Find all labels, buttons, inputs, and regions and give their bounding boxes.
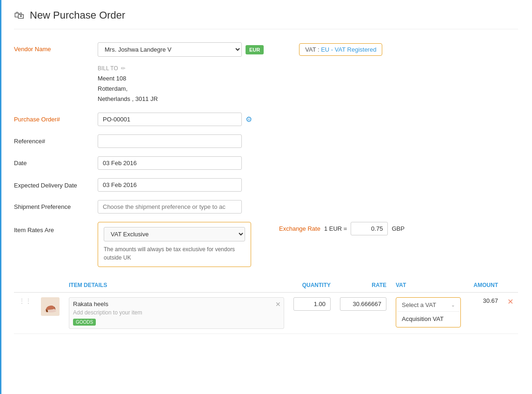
th-actions xyxy=(503,278,518,293)
page-header: 🛍 New Purchase Order xyxy=(14,9,518,29)
quantity-input[interactable] xyxy=(293,297,331,311)
exchange-rate-from: 1 EUR = xyxy=(324,225,347,232)
delivery-row: Expected Delivery Date xyxy=(14,178,518,192)
item-description[interactable]: Add description to your item xyxy=(73,309,280,316)
delivery-control-wrap xyxy=(98,178,242,192)
rate-cell xyxy=(335,293,391,334)
remove-row-icon[interactable]: ✕ xyxy=(507,298,513,306)
address-line1: Meent 108 xyxy=(98,73,518,84)
address-line3: Netherlands , 3011 JR xyxy=(98,94,518,104)
date-control-wrap xyxy=(98,156,242,170)
reference-row: Reference# xyxy=(14,134,518,148)
quantity-cell xyxy=(289,293,335,334)
bill-to-address: Meent 108 Rotterdam, Netherlands , 3011 … xyxy=(98,73,518,104)
th-amount: AMOUNT xyxy=(466,278,503,293)
th-quantity: QUANTITY xyxy=(289,278,335,293)
item-name-wrap: ✕ Rakata heels Add description to your i… xyxy=(69,297,284,329)
po-label: Purchase Order# xyxy=(14,113,98,123)
item-image xyxy=(41,297,60,316)
th-item-details: ITEM DETAILS xyxy=(64,278,289,293)
vat-dropdown-item[interactable]: Acquisition VAT xyxy=(397,312,459,326)
currency-badge: EUR xyxy=(246,45,264,54)
exchange-rate-currency: GBP xyxy=(392,225,404,232)
item-rates-row: Item Rates Are VAT Exclusive VAT Inclusi… xyxy=(14,222,518,267)
item-tag: GOODS xyxy=(73,319,96,326)
delivery-label: Expected Delivery Date xyxy=(14,178,98,190)
delivery-input[interactable] xyxy=(98,178,242,192)
item-close-icon[interactable]: ✕ xyxy=(275,301,281,308)
rate-input[interactable] xyxy=(340,297,386,311)
vendor-label: Vendor Name xyxy=(14,42,98,53)
amount-value: 30.67 xyxy=(483,297,498,304)
vat-select-wrap: Select a VAT ⌄ Acquisition VAT xyxy=(396,297,461,327)
shipment-control-wrap xyxy=(98,200,242,214)
po-row: Purchase Order# ⚙ xyxy=(14,113,518,126)
row-actions-cell: ✕ xyxy=(503,293,518,334)
page-title: New Purchase Order xyxy=(30,9,125,21)
vat-select-placeholder: Select a VAT xyxy=(402,301,436,308)
date-row: Date xyxy=(14,156,518,170)
exchange-rate-section: Exchange Rate 1 EUR = GBP xyxy=(279,222,405,235)
chevron-down-icon: ⌄ xyxy=(451,302,455,307)
drag-handle-icon[interactable]: ⋮⋮ xyxy=(19,297,32,305)
exchange-rate-input[interactable] xyxy=(351,222,388,235)
drag-handle-cell: ⋮⋮ xyxy=(14,293,36,334)
th-vat: VAT xyxy=(391,278,466,293)
date-label: Date xyxy=(14,156,98,167)
item-rates-label: Item Rates Are xyxy=(14,222,98,234)
date-input[interactable] xyxy=(98,156,242,170)
page-container: 🛍 New Purchase Order Vendor Name Mrs. Jo… xyxy=(0,0,532,343)
exchange-rate-label: Exchange Rate xyxy=(279,225,320,232)
item-rates-select[interactable]: VAT Exclusive VAT Inclusive No VAT xyxy=(104,227,245,241)
vendor-row: Vendor Name Mrs. Joshwa Landegre V EUR V… xyxy=(14,42,518,57)
th-drag xyxy=(14,278,36,293)
shipment-input[interactable] xyxy=(98,200,242,214)
bill-to-section: BILL TO ✏ Meent 108 Rotterdam, Netherlan… xyxy=(98,65,518,104)
vendor-control-wrap: Mrs. Joshwa Landegre V EUR VAT : EU - VA… xyxy=(98,42,382,57)
item-rates-note: The amounts will always be tax exclusive… xyxy=(104,245,245,262)
amount-cell: 30.67 xyxy=(466,293,503,334)
th-rate: RATE xyxy=(335,278,391,293)
reference-control-wrap xyxy=(98,134,242,148)
item-rates-wrap: VAT Exclusive VAT Inclusive No VAT The a… xyxy=(98,222,251,267)
edit-icon[interactable]: ✏ xyxy=(121,65,126,72)
vendor-select[interactable]: Mrs. Joshwa Landegre V xyxy=(98,42,242,57)
vat-badge-label: VAT : xyxy=(305,46,319,53)
po-input[interactable] xyxy=(98,113,242,126)
reference-input[interactable] xyxy=(98,134,242,148)
item-name: Rakata heels xyxy=(73,301,280,307)
address-line2: Rotterdam, xyxy=(98,84,518,94)
bill-to-header: BILL TO ✏ xyxy=(98,65,518,72)
vat-info-badge: VAT : EU - VAT Registered xyxy=(299,43,382,56)
po-control-wrap: ⚙ xyxy=(98,113,252,126)
bill-to-label: BILL TO xyxy=(98,65,118,72)
gear-icon[interactable]: ⚙ xyxy=(246,115,252,124)
item-image-cell xyxy=(36,293,64,334)
th-img xyxy=(36,278,64,293)
shipment-label: Shipment Preference xyxy=(14,200,98,210)
items-table: ITEM DETAILS QUANTITY RATE VAT AMOUNT xyxy=(14,278,518,334)
vat-select-header[interactable]: Select a VAT ⌄ xyxy=(397,299,459,312)
vat-cell: Select a VAT ⌄ Acquisition VAT xyxy=(391,293,466,334)
reference-label: Reference# xyxy=(14,134,98,145)
shopping-bag-icon: 🛍 xyxy=(14,9,24,21)
left-border xyxy=(0,0,1,343)
table-row: ⋮⋮ xyxy=(14,293,518,334)
vat-badge-value: EU - VAT Registered xyxy=(321,46,376,53)
shipment-row: Shipment Preference xyxy=(14,200,518,214)
item-name-cell: ✕ Rakata heels Add description to your i… xyxy=(64,293,289,334)
